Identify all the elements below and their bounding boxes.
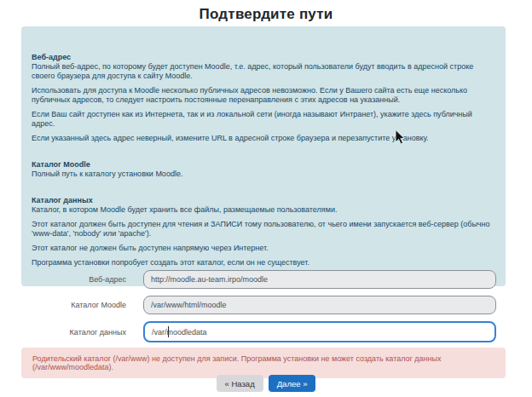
field-value: http://moodle.au-team.irpo/moodle — [151, 275, 268, 284]
form-field-row: Каталог Moodle /var/www/html/moodle — [0, 296, 532, 314]
field-label: Каталог данных — [0, 328, 126, 337]
error-alert: Родительский каталог (/var/www) не досту… — [21, 348, 506, 378]
info-text-block: Полный путь к каталогу установки Moodle. — [32, 170, 494, 179]
info-text-block: Полный веб-адрес, по которому будет дост… — [32, 62, 494, 81]
field-value: /var/www/html/moodle — [151, 301, 227, 309]
info-text-block: Если Ваш сайт доступен как из Интернета,… — [32, 110, 494, 129]
field-label: Веб-адрес — [0, 275, 126, 284]
mouse-cursor-icon — [395, 129, 405, 145]
info-text-block: Этот каталог не должен быть доступен нап… — [32, 244, 494, 253]
field-value: /var/moodledata — [152, 328, 207, 337]
info-text-block: Веб-адрес — [32, 53, 494, 62]
field-label: Каталог Moodle — [0, 301, 126, 309]
paths-form: Веб-адрес http://moodle.au-team.irpo/moo… — [0, 270, 532, 349]
info-text-block: Если указанный здесь адрес неверный, изм… — [32, 134, 494, 143]
info-box: Веб-адресПолный веб-адрес, по которому б… — [21, 26, 506, 286]
back-button[interactable]: « Назад — [217, 375, 263, 392]
form-field-row: Каталог данных /var/moodledata — [0, 321, 532, 342]
next-button[interactable]: Далее » — [269, 375, 316, 392]
info-text-block: Использовать для доступа к Moodle нескол… — [32, 86, 494, 105]
info-text-block: Этот каталог должен быть доступен для чт… — [32, 220, 494, 239]
info-text-block: Каталог данных — [32, 196, 494, 205]
text-input[interactable]: /var/www/html/moodle — [143, 296, 496, 314]
page-title: Подтвердите пути — [0, 0, 532, 23]
info-text-block: Каталог Moodle — [32, 160, 494, 170]
text-input[interactable]: /var/moodledata — [143, 321, 496, 342]
info-text-block: Программа установки попробует создать эт… — [32, 258, 494, 268]
text-input[interactable]: http://moodle.au-team.irpo/moodle — [143, 270, 496, 289]
info-text-block: Каталог, в котором Moodle будет хранить … — [32, 205, 494, 215]
text-caret — [168, 326, 169, 337]
form-field-row: Веб-адрес http://moodle.au-team.irpo/moo… — [0, 270, 532, 289]
navigation-buttons: « Назад Далее » — [0, 375, 532, 392]
